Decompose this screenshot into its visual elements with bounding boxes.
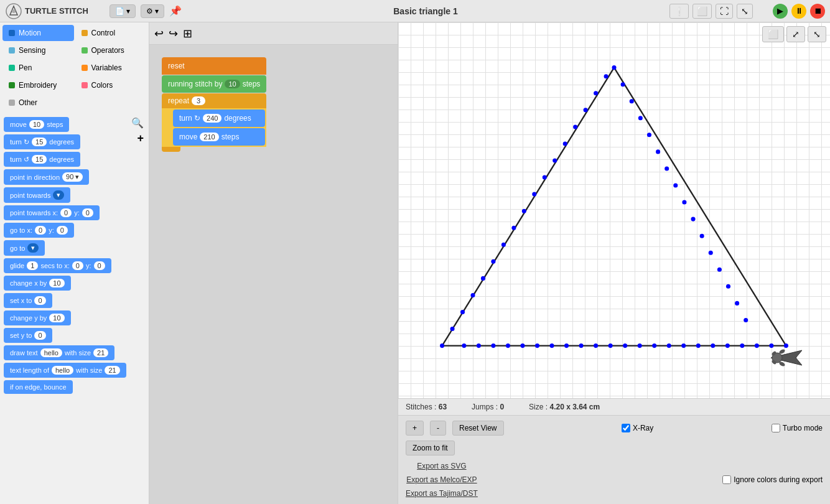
sidebar-item-control[interactable]: Control: [75, 25, 147, 41]
block-turn-ccw-val[interactable]: 15: [32, 155, 47, 164]
script-move-val[interactable]: 210: [200, 133, 218, 141]
block-pt-y-val[interactable]: 0: [82, 208, 93, 217]
block-set-x-val[interactable]: 0: [34, 296, 45, 305]
block-draw-text-size[interactable]: 21: [93, 348, 108, 357]
sidebar-item-motion[interactable]: Motion: [2, 25, 74, 41]
block-go-to[interactable]: go to ▾: [4, 240, 45, 256]
expand-canvas-button[interactable]: ⤢: [786, 26, 805, 42]
script-repeat-val[interactable]: 3: [192, 96, 205, 105]
operators-dot: [82, 47, 88, 54]
window-button[interactable]: ⬜: [692, 4, 712, 19]
script-rs-val[interactable]: 10: [225, 80, 240, 88]
block-goto-x-val[interactable]: 0: [35, 226, 46, 235]
block-point-towards-dropdown[interactable]: ▾: [53, 190, 64, 200]
turtle-icon: [771, 345, 802, 370]
toolbar-right: ❕ ⬜ ⛶ ⤡ ▶ ⏸ ⏹: [669, 4, 825, 19]
categories-panel: Motion Control Sensing Operators Pen: [0, 22, 149, 504]
grid-view-button[interactable]: ⊞: [183, 27, 192, 40]
zoom-fit-button[interactable]: Zoom to fit: [406, 441, 455, 455]
block-glide-y-label: y:: [86, 262, 91, 269]
add-block-button[interactable]: +: [137, 132, 144, 145]
export-svg-button[interactable]: Export as SVG: [406, 460, 478, 472]
block-if-on-edge[interactable]: if on edge, bounce: [4, 380, 73, 394]
shrink-canvas-button[interactable]: ⤡: [808, 26, 826, 42]
svg-point-24: [740, 343, 744, 348]
script-turn-val[interactable]: 240: [203, 114, 221, 123]
block-glide-secs[interactable]: 1: [27, 261, 38, 270]
script-block-turn[interactable]: turn ↻ 240 degrees: [173, 110, 265, 127]
sidebar-item-colors[interactable]: Colors: [75, 77, 147, 93]
svg-point-12: [673, 183, 678, 187]
script-turn-label: turn ↻: [179, 114, 200, 123]
block-text-length[interactable]: text length of hello with size 21: [4, 363, 126, 378]
script-block-running-stitch[interactable]: running stitch by 10 steps: [162, 75, 266, 93]
block-move[interactable]: move 10 steps: [4, 117, 69, 132]
script-block-move[interactable]: move 210 steps: [173, 128, 265, 146]
block-text-len-val[interactable]: hello: [52, 366, 73, 375]
svg-point-11: [664, 166, 669, 170]
export-melco-button[interactable]: Export as Melco/EXP: [406, 474, 478, 485]
canvas-area: ⬜ ⤢ ⤡ Stitches : 63 Jumps : 0 Size : 4.2…: [398, 22, 830, 504]
sidebar-item-operators[interactable]: Operators: [75, 42, 147, 58]
window-mode-button[interactable]: ⬜: [762, 26, 784, 42]
block-set-y[interactable]: set y to 0: [4, 328, 52, 343]
block-go-to-xy[interactable]: go to x: 0 y: 0: [4, 223, 74, 238]
block-turn-cw[interactable]: turn ↻ 15 degrees: [4, 134, 80, 149]
play-button[interactable]: ▶: [773, 4, 788, 19]
undo-button[interactable]: ↩: [154, 27, 164, 40]
block-change-x-val[interactable]: 10: [49, 279, 64, 287]
block-set-x[interactable]: set x to 0: [4, 293, 52, 308]
logo-icon: [5, 2, 22, 20]
block-point-dir-val[interactable]: 90 ▾: [62, 172, 83, 182]
pause-button[interactable]: ⏸: [791, 4, 806, 19]
export-tajima-button[interactable]: Export as Tajima/DST: [406, 488, 478, 499]
block-change-y[interactable]: change y by 10: [4, 310, 71, 325]
fullscreen-button[interactable]: ⛶: [716, 4, 733, 19]
block-glide-y[interactable]: 0: [94, 261, 105, 270]
svg-point-39: [520, 343, 525, 348]
block-turn-cw-val[interactable]: 15: [32, 138, 47, 146]
sidebar-item-sensing[interactable]: Sensing: [2, 42, 74, 58]
sidebar-item-variables[interactable]: Variables: [75, 60, 147, 76]
settings-button[interactable]: ⚙ ▾: [141, 4, 164, 18]
shrink-button[interactable]: ⤡: [737, 4, 753, 19]
script-block-repeat[interactable]: repeat 3 turn ↻ 240 degrees move: [162, 93, 266, 152]
block-go-to-dropdown[interactable]: ▾: [27, 243, 39, 253]
canvas-grid: ⬜ ⤢ ⤡: [398, 22, 830, 398]
sidebar-item-other[interactable]: Other: [2, 95, 74, 111]
block-turn-cw-label: turn ↻: [10, 138, 29, 146]
block-text-len-size[interactable]: 21: [105, 366, 119, 375]
block-change-y-val[interactable]: 10: [49, 314, 64, 322]
block-set-y-val[interactable]: 0: [34, 331, 45, 340]
block-move-val[interactable]: 10: [29, 120, 44, 129]
ignore-colors-checkbox[interactable]: [722, 475, 731, 484]
block-draw-text[interactable]: draw text hello with size 21: [4, 345, 114, 360]
file-btn-arrow: ▾: [126, 7, 130, 16]
block-point-towards[interactable]: point towards ▾: [4, 187, 70, 203]
block-change-x[interactable]: change x by 10: [4, 276, 71, 291]
block-point-direction[interactable]: point in direction 90 ▾: [4, 169, 89, 185]
script-block-reset[interactable]: reset: [162, 57, 266, 75]
block-glide[interactable]: glide 1 secs to x: 0 y: 0: [4, 258, 111, 273]
reset-view-button[interactable]: Reset View: [452, 421, 503, 436]
redo-button[interactable]: ↪: [169, 27, 178, 40]
xray-checkbox[interactable]: [622, 424, 630, 432]
block-draw-text-val[interactable]: hello: [40, 348, 62, 357]
block-glide-x[interactable]: 0: [72, 261, 83, 270]
sensing-dot: [9, 47, 15, 54]
turbo-checkbox[interactable]: [772, 424, 780, 432]
block-pt-x-val[interactable]: 0: [60, 208, 72, 217]
file-button[interactable]: 📄 ▾: [110, 4, 136, 18]
pin-button[interactable]: 📌: [169, 5, 182, 17]
stop-button[interactable]: ⏹: [810, 4, 825, 19]
block-point-towards-xy[interactable]: point towards x: 0 y: 0: [4, 205, 100, 220]
block-turn-ccw[interactable]: turn ↺ 15 degrees: [4, 152, 80, 167]
alert-button[interactable]: ❕: [669, 4, 689, 19]
sidebar-item-pen[interactable]: Pen: [2, 60, 74, 76]
sidebar-item-embroidery[interactable]: Embroidery: [2, 77, 74, 93]
zoom-plus-button[interactable]: +: [406, 421, 424, 436]
block-goto-y-val[interactable]: 0: [57, 226, 68, 235]
svg-point-16: [709, 251, 713, 255]
zoom-minus-button[interactable]: -: [430, 421, 446, 436]
search-button[interactable]: 🔍: [131, 117, 144, 129]
